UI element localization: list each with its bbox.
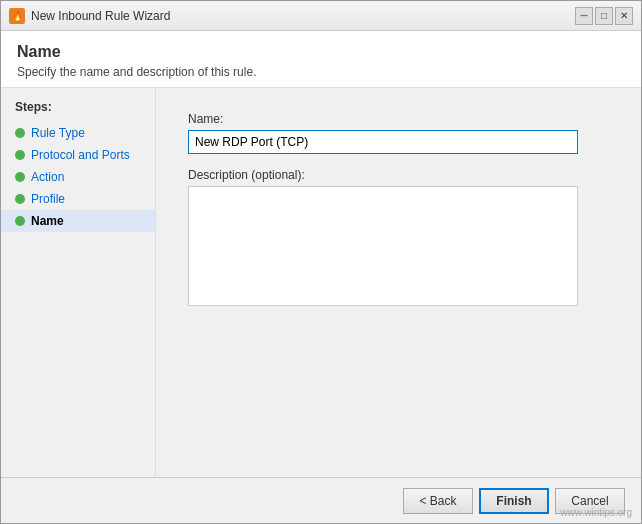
description-textarea[interactable]	[188, 186, 578, 306]
window-icon: 🔥	[9, 8, 25, 24]
page-title: Name	[17, 43, 625, 61]
minimize-button[interactable]: ─	[575, 7, 593, 25]
sidebar-item-action[interactable]: Action	[1, 166, 155, 188]
step-dot-name	[15, 216, 25, 226]
name-input[interactable]	[188, 130, 578, 154]
sidebar-label-name: Name	[31, 214, 64, 228]
step-dot-protocol-ports	[15, 150, 25, 160]
sidebar-item-protocol-ports[interactable]: Protocol and Ports	[1, 144, 155, 166]
watermark: www.wintips.org	[560, 507, 632, 518]
page-subtitle: Specify the name and description of this…	[17, 65, 625, 79]
sidebar-label-rule-type: Rule Type	[31, 126, 85, 140]
sidebar-item-rule-type[interactable]: Rule Type	[1, 122, 155, 144]
title-bar: 🔥 New Inbound Rule Wizard ─ □ ✕	[1, 1, 641, 31]
maximize-button[interactable]: □	[595, 7, 613, 25]
steps-label: Steps:	[1, 100, 155, 122]
sidebar-label-action: Action	[31, 170, 64, 184]
step-dot-profile	[15, 194, 25, 204]
description-label: Description (optional):	[188, 168, 609, 182]
close-button[interactable]: ✕	[615, 7, 633, 25]
page-header: Name Specify the name and description of…	[1, 31, 641, 88]
name-label: Name:	[188, 112, 609, 126]
step-dot-action	[15, 172, 25, 182]
description-form-group: Description (optional):	[188, 168, 609, 306]
sidebar-label-profile: Profile	[31, 192, 65, 206]
finish-wrapper: Finish	[479, 488, 549, 514]
title-bar-buttons: ─ □ ✕	[575, 7, 633, 25]
right-panel: Name: Description (optional):	[156, 88, 641, 477]
main-body: Steps: Rule Type Protocol and Ports Acti…	[1, 88, 641, 477]
name-form-group: Name:	[188, 112, 609, 154]
back-button[interactable]: < Back	[403, 488, 473, 514]
sidebar-label-protocol-ports: Protocol and Ports	[31, 148, 130, 162]
step-dot-rule-type	[15, 128, 25, 138]
finish-button[interactable]: Finish	[479, 488, 549, 514]
sidebar-item-name[interactable]: Name	[1, 210, 155, 232]
sidebar: Steps: Rule Type Protocol and Ports Acti…	[1, 88, 156, 477]
title-bar-left: 🔥 New Inbound Rule Wizard	[9, 8, 170, 24]
sidebar-item-profile[interactable]: Profile	[1, 188, 155, 210]
wizard-window: 🔥 New Inbound Rule Wizard ─ □ ✕ Name Spe…	[0, 0, 642, 524]
window-title: New Inbound Rule Wizard	[31, 9, 170, 23]
footer: < Back Finish Cancel	[1, 477, 641, 523]
